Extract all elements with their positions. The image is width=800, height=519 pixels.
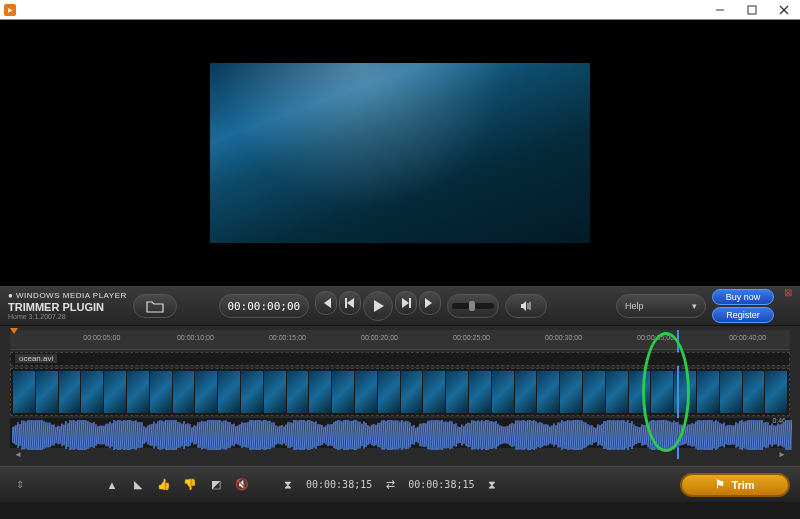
ruler-tick: 00:00:25;00 (453, 334, 490, 341)
video-thumbnail (606, 371, 628, 413)
play-button[interactable] (363, 291, 393, 321)
help-dropdown[interactable]: Help ▾ (616, 294, 706, 318)
video-thumbnail (537, 371, 559, 413)
video-thumbnail (560, 371, 582, 413)
video-thumbnail (13, 371, 35, 413)
window-titlebar (0, 0, 800, 20)
register-label: Register (726, 311, 760, 320)
register-button[interactable]: Register (712, 307, 774, 323)
video-thumbnail (469, 371, 491, 413)
video-thumbnail (378, 371, 400, 413)
time-ruler[interactable]: 00:00:05;0000:00:10;0000:00:15;0000:00:2… (10, 330, 790, 350)
ruler-tick: 00:00:15;00 (269, 334, 306, 341)
buy-label: Buy now (726, 293, 761, 302)
video-track[interactable] (10, 368, 790, 416)
ruler-tick: 00:00:35;00 (637, 334, 674, 341)
out-timecode: 00:00:38;15 (406, 479, 476, 490)
trim-label: Trim (731, 479, 754, 491)
video-thumbnail (515, 371, 537, 413)
brand-version: Home 3.1.2007.28 (8, 313, 127, 321)
mute-icon[interactable]: 🔇 (232, 475, 252, 495)
crop-icon[interactable]: ◩ (206, 475, 226, 495)
step-forward-button[interactable] (395, 291, 417, 315)
video-thumbnail (264, 371, 286, 413)
svg-rect-4 (345, 298, 347, 308)
video-frame (210, 63, 590, 243)
panel-close-icon[interactable]: ⊠ (784, 287, 792, 298)
video-thumbnail (743, 371, 765, 413)
waveform-icon (12, 420, 792, 450)
video-preview-area (0, 20, 800, 286)
video-thumbnail (309, 371, 331, 413)
timecode-display: 00:00:00;00 (219, 294, 309, 318)
clip-row: ocean.avi (10, 352, 790, 366)
thumbs-down-icon[interactable]: 👎 (180, 475, 200, 495)
video-thumbnail (583, 371, 605, 413)
help-label: Help (625, 301, 644, 311)
speaker-icon (520, 301, 532, 311)
drag-handle-icon[interactable]: ⇕ (10, 475, 30, 495)
out-point-icon[interactable]: ⧗ (482, 475, 502, 495)
minimize-button[interactable] (704, 0, 736, 20)
open-file-button[interactable] (133, 294, 177, 318)
step-back-button[interactable] (339, 291, 361, 315)
brand-line2: TRIMMER PLUGIN (8, 301, 127, 313)
video-thumbnail (401, 371, 423, 413)
ruler-tick: 00:00:05;00 (83, 334, 120, 341)
buy-now-button[interactable]: Buy now (712, 289, 774, 305)
video-thumbnail (36, 371, 58, 413)
go-end-button[interactable] (419, 291, 441, 315)
marker-up-icon[interactable]: ▲ (102, 475, 122, 495)
video-thumbnail (104, 371, 126, 413)
go-start-button[interactable] (315, 291, 337, 315)
close-button[interactable] (768, 0, 800, 20)
scroll-right-icon[interactable]: ► (778, 450, 786, 459)
in-timecode: 00:00:38;15 (304, 479, 374, 490)
timecode-value: 00:00:00;00 (227, 300, 300, 313)
video-thumbnail (81, 371, 103, 413)
video-thumbnail (720, 371, 742, 413)
maximize-button[interactable] (736, 0, 768, 20)
video-thumbnail (287, 371, 309, 413)
video-thumbnail (355, 371, 377, 413)
thumbs-up-icon[interactable]: 👍 (154, 475, 174, 495)
video-thumbnail (150, 371, 172, 413)
flag-icon: ⚑ (715, 478, 725, 491)
video-thumbnail (423, 371, 445, 413)
video-thumbnail (218, 371, 240, 413)
in-point-icon[interactable]: ⧗ (278, 475, 298, 495)
video-thumbnail (446, 371, 468, 413)
video-thumbnail (492, 371, 514, 413)
video-thumbnail (173, 371, 195, 413)
ruler-tick: 00:00:10;00 (177, 334, 214, 341)
ruler-tick: 00:00:20;00 (361, 334, 398, 341)
video-thumbnail (127, 371, 149, 413)
scroll-left-icon[interactable]: ◄ (14, 450, 22, 459)
timeline-panel: 00:00:05;0000:00:10;0000:00:15;0000:00:2… (0, 326, 800, 466)
video-thumbnail (195, 371, 217, 413)
folder-icon (146, 299, 164, 313)
video-thumbnail (765, 371, 787, 413)
chevron-down-icon: ▾ (692, 301, 697, 311)
volume-slider[interactable] (505, 294, 547, 318)
video-thumbnail (59, 371, 81, 413)
in-point-flag-icon (10, 328, 18, 334)
transport-controls (315, 291, 441, 321)
svg-rect-1 (748, 6, 756, 14)
video-thumbnail (629, 371, 651, 413)
app-icon (4, 4, 16, 16)
audio-track[interactable]: 0:46 (10, 418, 790, 448)
video-thumbnail (651, 371, 673, 413)
brand-line1: ● WINDOWS MEDIA PLAYER (8, 292, 127, 301)
zoom-slider[interactable] (447, 294, 499, 318)
bottom-bar: ⇕ ▲ ◣ 👍 👎 ◩ 🔇 ⧗ 00:00:38;15 ⇄ 00:00:38;1… (0, 466, 800, 502)
clip-name: ocean.avi (15, 354, 57, 363)
trim-button[interactable]: ⚑ Trim (680, 473, 790, 497)
swap-icon[interactable]: ⇄ (380, 475, 400, 495)
svg-rect-5 (409, 298, 411, 308)
ruler-tick: 00:00:40;00 (729, 334, 766, 341)
video-thumbnail (697, 371, 719, 413)
video-thumbnail (332, 371, 354, 413)
marker-up2-icon[interactable]: ◣ (128, 475, 148, 495)
brand-block: ● WINDOWS MEDIA PLAYER TRIMMER PLUGIN Ho… (8, 292, 127, 321)
